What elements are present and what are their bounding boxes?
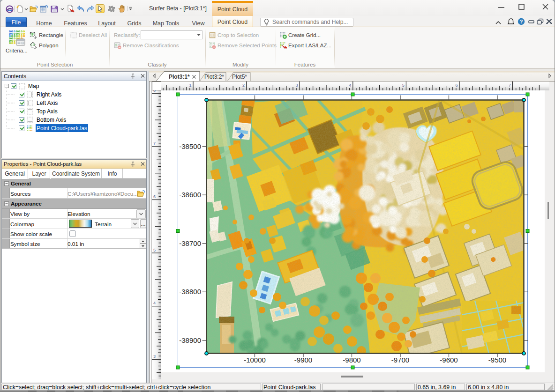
svg-text:-38500: -38500 (179, 142, 201, 150)
svg-text:2: 2 (242, 83, 245, 88)
svg-text:-38800: -38800 (179, 288, 201, 296)
svg-text:?: ? (520, 19, 523, 24)
svg-text:6: 6 (455, 83, 458, 88)
svg-text:1: 1 (189, 83, 191, 88)
svg-text:-10000: -10000 (244, 356, 266, 364)
svg-text:-9600: -9600 (440, 356, 458, 364)
svg-text:7: 7 (509, 83, 511, 88)
svg-text:-38600: -38600 (179, 191, 201, 199)
svg-text:3: 3 (153, 354, 156, 359)
svg-text:-9500: -9500 (488, 356, 506, 364)
svg-text:3: 3 (296, 83, 298, 88)
svg-text:5: 5 (153, 248, 156, 252)
svg-text:4: 4 (349, 83, 351, 88)
svg-text:-9700: -9700 (391, 356, 409, 364)
svg-text:-9800: -9800 (343, 356, 360, 364)
svg-text:4: 4 (153, 301, 156, 305)
svg-text:5: 5 (402, 83, 405, 88)
svg-text:6: 6 (153, 194, 156, 199)
svg-text:-9900: -9900 (294, 356, 312, 364)
svg-text:-38900: -38900 (179, 336, 201, 344)
svg-text:8: 8 (153, 90, 156, 93)
svg-text:7: 7 (153, 141, 156, 146)
svg-text:-38700: -38700 (179, 239, 201, 247)
